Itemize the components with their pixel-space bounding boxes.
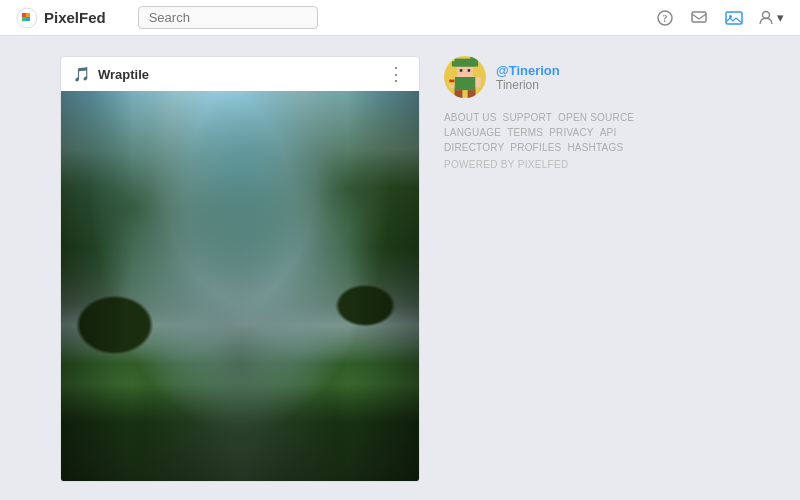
profile-section: @Tinerion Tinerion — [444, 56, 664, 98]
svg-rect-3 — [692, 12, 706, 22]
footer-link-directory[interactable]: Directory — [444, 142, 504, 153]
pixelfed-logo-icon — [16, 7, 38, 29]
brand-logo-link[interactable]: PixelFed — [16, 7, 106, 29]
photo-icon — [725, 10, 743, 26]
svg-rect-16 — [476, 77, 481, 88]
footer-link-privacy[interactable]: Privacy — [549, 127, 594, 138]
feed-column: 🎵 Wraptile ⋮ — [60, 56, 420, 480]
help-icon: ? — [657, 10, 673, 26]
post-author: Wraptile — [98, 67, 377, 82]
profile-name: Tinerion — [496, 78, 560, 92]
post-image — [61, 91, 419, 481]
footer-link-api[interactable]: API — [600, 127, 617, 138]
help-button[interactable]: ? — [655, 8, 675, 28]
post-menu-button[interactable]: ⋮ — [385, 65, 407, 83]
main-content: 🎵 Wraptile ⋮ — [0, 36, 800, 500]
profile-info: @Tinerion Tinerion — [496, 63, 560, 92]
post-menu-icon: ⋮ — [387, 64, 405, 84]
user-icon — [759, 10, 773, 25]
top-navbar: PixelFed ? — [0, 0, 800, 36]
avatar — [444, 56, 486, 98]
post-header: 🎵 Wraptile ⋮ — [61, 57, 419, 91]
svg-rect-11 — [470, 56, 478, 61]
brand-name: PixelFed — [44, 9, 106, 26]
messages-button[interactable] — [689, 8, 709, 28]
svg-point-5 — [729, 15, 732, 18]
powered-by: Powered by PixelFed — [444, 159, 664, 170]
footer-link-language[interactable]: Language — [444, 127, 501, 138]
footer-link-profiles[interactable]: Profiles — [510, 142, 561, 153]
svg-rect-20 — [449, 80, 454, 83]
svg-rect-17 — [455, 90, 463, 98]
footer-link-hashtags[interactable]: Hashtags — [567, 142, 623, 153]
svg-rect-14 — [455, 77, 476, 90]
user-menu-button[interactable]: ▾ — [759, 10, 784, 25]
footer-links: About Us Support Open Source Language Te… — [444, 112, 664, 153]
messages-icon — [691, 10, 707, 26]
svg-rect-4 — [726, 12, 742, 24]
nav-icons: ? ▾ — [655, 8, 784, 28]
footer-link-support[interactable]: Support — [503, 112, 553, 123]
sidebar-column: @Tinerion Tinerion About Us Support Open… — [444, 56, 664, 480]
svg-rect-12 — [460, 69, 463, 72]
search-input[interactable] — [138, 6, 318, 29]
profile-handle[interactable]: @Tinerion — [496, 63, 560, 78]
avatar-image — [444, 56, 486, 98]
post-author-icon: 🎵 — [73, 66, 90, 82]
svg-text:?: ? — [663, 13, 668, 24]
svg-rect-10 — [452, 61, 478, 66]
notifications-button[interactable] — [723, 8, 745, 28]
svg-rect-13 — [468, 69, 471, 72]
search-bar — [138, 6, 318, 29]
footer-link-terms[interactable]: Terms — [507, 127, 543, 138]
post-card: 🎵 Wraptile ⋮ — [60, 56, 420, 482]
user-dropdown-arrow: ▾ — [777, 10, 784, 25]
svg-rect-18 — [468, 90, 476, 98]
footer-link-opensource[interactable]: Open Source — [558, 112, 634, 123]
footer-link-about[interactable]: About Us — [444, 112, 497, 123]
